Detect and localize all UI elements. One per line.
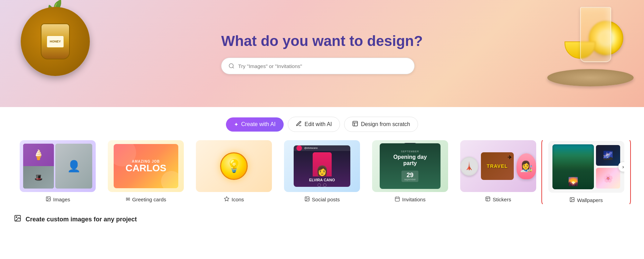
- svg-point-6: [306, 198, 306, 199]
- svg-point-13: [571, 199, 572, 199]
- social-posts-thumbnail: @elviracano 👩 ELVIRA CANO: [284, 140, 360, 192]
- hero-right-decoration: [499, 0, 644, 107]
- svg-point-0: [229, 64, 234, 68]
- stickers-icon: [485, 196, 491, 203]
- images-thumbnail: 🍦 🎩 👤: [20, 140, 96, 192]
- social-name-big: ELVIRA CANO: [309, 178, 335, 182]
- tab-edit-ai[interactable]: Edit with AI: [288, 117, 340, 132]
- inv-date-box: 29 september: [401, 171, 418, 182]
- category-greeting-cards[interactable]: AMAZING JOB CARLOS ✉ Greeting cards: [102, 140, 190, 202]
- search-bar-container[interactable]: [221, 58, 415, 74]
- images-label: Images: [46, 196, 70, 203]
- greeting-cards-icon: ✉: [126, 196, 130, 202]
- images-bottom: 🎩: [23, 166, 54, 189]
- tab-edit-ai-label: Edit with AI: [305, 121, 332, 127]
- sticker-paris: 🗼: [460, 157, 478, 176]
- invitations-icon: [395, 196, 400, 203]
- travel-plane-icon: ✈: [508, 154, 512, 161]
- bulb-circle: 💡: [220, 152, 248, 180]
- greeting-cards-label: ✉ Greeting cards: [126, 196, 166, 202]
- images-right: 👤: [55, 144, 93, 189]
- inv-title: SEPTEMBER: [401, 150, 419, 153]
- wallpapers-label: Wallpapers: [569, 197, 603, 203]
- images-top: 🍦: [23, 144, 54, 166]
- social-heart-icon: [318, 183, 321, 187]
- greeting-cards-thumbnail: AMAZING JOB CARLOS: [108, 140, 184, 192]
- travel-sticker-text: TRAVEL: [487, 163, 508, 169]
- bottom-section: Create custom images for any project: [0, 204, 644, 224]
- social-content: 👩 ELVIRA CANO: [294, 151, 350, 187]
- invitations-thumbnail: New SEPTEMBER Opening dayparty 29 septem…: [372, 140, 448, 192]
- wallpaper-landscape-icon: 🌄: [568, 177, 578, 186]
- hero-banner: 🌿 HONEY What do you want to design?: [0, 0, 644, 107]
- category-images[interactable]: 🍦 🎩 👤 Images: [14, 140, 102, 203]
- social-person-image: 👩: [313, 152, 332, 176]
- social-comment-icon: [323, 183, 326, 187]
- glass-drink-decoration: [575, 7, 616, 76]
- honey-jar-label: HONEY: [47, 36, 64, 48]
- glass-body: [580, 7, 611, 62]
- wallpapers-thumbnail: 🌄 🌌 🌸 ›: [548, 141, 624, 193]
- create-ai-icon: ✦: [234, 121, 238, 128]
- icons-label: Icons: [224, 196, 244, 203]
- inv-month: september: [404, 178, 416, 181]
- stickers-thumbnail: 🗼 TRAVEL ✈ 👩‍🎨: [460, 140, 536, 192]
- category-invitations[interactable]: New SEPTEMBER Opening dayparty 29 septem…: [366, 140, 454, 203]
- invitation-inner: SEPTEMBER Opening dayparty 29 september: [380, 143, 441, 189]
- wallpaper-landscape: 🌄: [552, 144, 594, 189]
- svg-point-4: [47, 198, 48, 199]
- wallpaper-main-image: 🌄: [552, 144, 594, 189]
- social-posts-label: Social posts: [304, 196, 340, 203]
- social-avatar-small: [296, 145, 302, 151]
- images-left-col: 🍦 🎩: [23, 144, 54, 189]
- bulb-icon-decoration: 💡: [218, 151, 249, 182]
- inv-date-number: 29: [404, 172, 416, 178]
- edit-ai-icon: [296, 121, 302, 128]
- tab-create-ai[interactable]: ✦ Create with AI: [226, 117, 284, 132]
- custom-images-icon: [14, 214, 21, 224]
- svg-rect-2: [353, 121, 358, 126]
- social-username: @elviracano: [304, 147, 318, 149]
- stickers-label: Stickers: [485, 196, 511, 203]
- social-action-icons: [318, 183, 326, 187]
- travel-sticker: TRAVEL ✈: [481, 152, 514, 180]
- greeting-card-inner: AMAZING JOB CARLOS: [114, 144, 178, 188]
- wallpaper-small-dark: 🌌: [596, 145, 620, 166]
- category-icons[interactable]: 💡 Icons: [190, 140, 278, 203]
- svg-rect-7: [395, 197, 399, 201]
- wallpaper-small-pink: 🌸: [596, 168, 620, 189]
- social-posts-icon: [304, 196, 310, 203]
- wallpapers-icon: [569, 197, 575, 203]
- invitations-label: Invitations: [395, 196, 426, 203]
- svg-rect-11: [486, 197, 490, 201]
- greeting-circle-deco-2: [161, 171, 178, 188]
- hero-content: What do you want to design?: [221, 33, 423, 74]
- category-wallpapers[interactable]: 🌄 🌌 🌸 › Wallpapers: [541, 140, 631, 204]
- icons-thumbnail: 💡: [196, 140, 272, 192]
- category-stickers[interactable]: 🗼 TRAVEL ✈ 👩‍🎨 Stickers: [454, 140, 542, 203]
- svg-point-15: [16, 217, 17, 218]
- category-social-posts[interactable]: @elviracano 👩 ELVIRA CANO: [278, 140, 366, 203]
- inv-event: Opening dayparty: [393, 154, 427, 166]
- images-icon: [46, 196, 51, 203]
- tab-create-ai-label: Create with AI: [241, 121, 276, 127]
- greeting-carlos-text: CARLOS: [125, 163, 166, 173]
- search-input[interactable]: [238, 63, 407, 69]
- bottom-section-title: Create custom images for any project: [26, 216, 137, 223]
- hero-left-decoration: 🌿 HONEY: [0, 0, 111, 107]
- icons-icon: [224, 196, 229, 203]
- search-icon: [228, 63, 235, 69]
- sticker-girl: 👩‍🎨: [517, 153, 536, 179]
- images-thumbnail-inner: 🍦 🎩 👤: [23, 144, 92, 189]
- chevron-right-icon: ›: [622, 164, 624, 170]
- hero-title: What do you want to design?: [221, 33, 423, 49]
- honey-jar-decoration: HONEY: [21, 7, 90, 76]
- inv-date-row: 29 september: [401, 171, 418, 182]
- tab-design-scratch[interactable]: Design from scratch: [344, 117, 418, 132]
- design-scratch-icon: [352, 121, 358, 128]
- plate-decoration: [547, 69, 634, 86]
- tabs-section: ✦ Create with AI Edit with AI Design fro…: [0, 107, 644, 140]
- svg-line-1: [233, 67, 234, 68]
- wallpaper-small-stack: 🌌 🌸: [596, 145, 620, 189]
- social-top-bar: @elviracano: [294, 145, 350, 151]
